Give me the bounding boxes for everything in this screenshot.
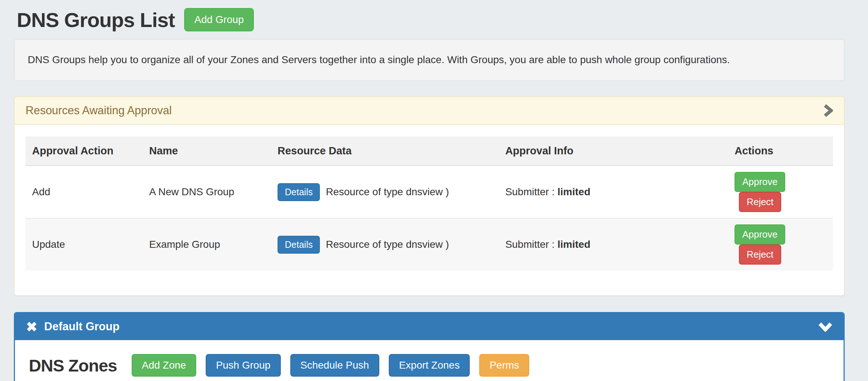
cell-approval-info: Submitter : limited bbox=[499, 166, 728, 218]
cell-name: Example Group bbox=[143, 218, 271, 270]
approvals-table: Approval Action Name Resource Data Appro… bbox=[26, 136, 833, 270]
submitter-value: limited bbox=[558, 239, 590, 250]
cell-name: A New DNS Group bbox=[143, 166, 271, 218]
schedule-push-button[interactable]: Schedule Push bbox=[290, 354, 379, 377]
col-header-name: Name bbox=[143, 136, 271, 166]
col-header-resource-data: Resource Data bbox=[271, 136, 499, 166]
chevron-down-icon[interactable] bbox=[818, 322, 833, 332]
cell-resource-data: DetailsResource of type dnsview ) bbox=[271, 166, 499, 218]
cell-resource-data: DetailsResource of type dnsview ) bbox=[271, 218, 499, 270]
description-well: DNS Groups help you to organize all of y… bbox=[14, 39, 845, 81]
details-button[interactable]: Details bbox=[278, 236, 320, 254]
dns-groups-page: DNS Groups List Add Group DNS Groups hel… bbox=[14, 0, 845, 381]
approval-panel-title: Resources Awaiting Approval bbox=[26, 104, 172, 117]
cell-approval-action: Update bbox=[26, 218, 143, 270]
dns-zones-title: DNS Zones bbox=[29, 355, 117, 376]
col-header-actions: Actions bbox=[728, 136, 833, 166]
cell-approval-info: Submitter : limited bbox=[499, 218, 728, 270]
page-title: DNS Groups List bbox=[17, 8, 175, 32]
description-text: DNS Groups help you to organize all of y… bbox=[28, 54, 730, 66]
approval-panel: Resources Awaiting Approval Approval Act… bbox=[14, 96, 845, 296]
approve-button[interactable]: Approve bbox=[735, 172, 785, 192]
page-header: DNS Groups List Add Group bbox=[17, 4, 845, 35]
default-group-panel: Default Group DNS Zones Add Zone Push Gr… bbox=[14, 312, 845, 381]
group-panel-body: DNS Zones Add Zone Push Group Schedule P… bbox=[15, 340, 844, 381]
reject-button[interactable]: Reject bbox=[739, 192, 781, 212]
cell-actions: ApproveReject bbox=[728, 166, 833, 218]
submitter-value: limited bbox=[558, 186, 590, 197]
col-header-approval-info: Approval Info bbox=[499, 136, 728, 166]
add-zone-button[interactable]: Add Zone bbox=[132, 354, 196, 377]
cell-actions: ApproveReject bbox=[728, 218, 833, 270]
approval-panel-header[interactable]: Resources Awaiting Approval bbox=[15, 97, 844, 125]
push-group-button[interactable]: Push Group bbox=[206, 354, 280, 377]
close-icon[interactable] bbox=[26, 321, 38, 332]
resource-text: Resource of type dnsview ) bbox=[326, 186, 449, 197]
dns-zones-header: DNS Zones Add Zone Push Group Schedule P… bbox=[28, 354, 830, 377]
group-panel-title: Default Group bbox=[44, 320, 120, 333]
col-header-approval-action: Approval Action bbox=[26, 136, 143, 166]
table-header-row: Approval Action Name Resource Data Appro… bbox=[26, 136, 833, 166]
cell-approval-action: Add bbox=[26, 166, 143, 218]
details-button[interactable]: Details bbox=[278, 183, 320, 201]
submitter-label: Submitter : bbox=[505, 186, 554, 197]
group-panel-header[interactable]: Default Group bbox=[15, 313, 844, 340]
approve-button[interactable]: Approve bbox=[735, 224, 785, 245]
add-group-button[interactable]: Add Group bbox=[184, 8, 254, 31]
approval-panel-body: Approval Action Name Resource Data Appro… bbox=[15, 125, 844, 295]
perms-button[interactable]: Perms bbox=[479, 354, 529, 377]
table-row: Add A New DNS Group DetailsResource of t… bbox=[26, 166, 833, 218]
group-panel-title-wrap: Default Group bbox=[26, 320, 120, 333]
table-row: Update Example Group DetailsResource of … bbox=[26, 218, 833, 270]
reject-button[interactable]: Reject bbox=[739, 245, 781, 265]
export-zones-button[interactable]: Export Zones bbox=[389, 354, 470, 377]
submitter-label: Submitter : bbox=[505, 239, 554, 250]
chevron-right-icon[interactable] bbox=[823, 104, 833, 118]
resource-text: Resource of type dnsview ) bbox=[326, 239, 449, 250]
